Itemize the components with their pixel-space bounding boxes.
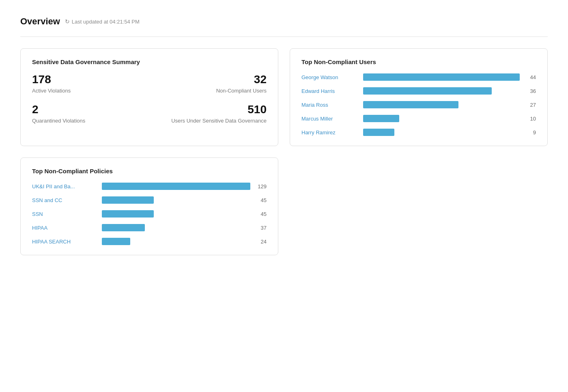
policy-name: HIPAA [32,225,97,231]
list-item[interactable]: HIPAA 37 [32,224,267,231]
summary-card-title: Sensitive Data Governance Summary [32,58,267,65]
policy-value: 129 [255,183,267,190]
quarantined-value: 2 [32,103,149,116]
policy-value: 45 [255,211,267,217]
dashboard-grid: Sensitive Data Governance Summary 178 Ac… [20,48,548,255]
bar [102,196,154,204]
bar [102,183,250,190]
bar [363,87,492,95]
page-title: Overview [20,16,60,27]
policy-value: 24 [255,239,267,245]
user-name: Marcus Miller [301,116,358,122]
bar [102,224,145,231]
top-policies-card-title: Top Non-Compliant Policies [32,168,267,174]
user-name: Edward Harris [301,88,358,94]
list-item[interactable]: HIPAA SEARCH 24 [32,238,267,245]
summary-metrics: 178 Active Violations 32 Non-Compliant U… [32,73,267,124]
summary-card: Sensitive Data Governance Summary 178 Ac… [20,48,278,146]
summary-item-active-violations: 178 Active Violations [32,73,149,94]
user-value: 27 [525,102,536,108]
list-item[interactable]: Maria Ross 27 [301,101,536,108]
list-item[interactable]: Harry Ramirez 9 [301,129,536,136]
user-value: 9 [525,129,536,136]
list-item[interactable]: UK&I PII and Ba... 129 [32,183,267,190]
quarantined-label: Quarantined Violations [32,118,149,124]
top-users-chart: George Watson 44 Edward Harris 36 Maria … [301,73,536,136]
top-users-card-title: Top Non-Compliant Users [301,58,536,65]
refresh-icon[interactable]: ↻ [65,18,70,25]
top-policies-chart: UK&I PII and Ba... 129 SSN and CC 45 SSN… [32,183,267,245]
active-violations-value: 178 [32,73,149,86]
user-name: George Watson [301,74,358,80]
bar [363,73,520,81]
header-divider [20,37,548,37]
policy-value: 37 [255,225,267,231]
policy-value: 45 [255,197,267,203]
active-violations-label: Active Violations [32,88,149,94]
top-users-card: Top Non-Compliant Users George Watson 44… [290,48,548,146]
user-name: Maria Ross [301,102,358,108]
summary-item-quarantined: 2 Quarantined Violations [32,103,149,124]
user-value: 10 [525,116,536,122]
policy-name: SSN and CC [32,197,97,203]
summary-item-non-compliant-users: 32 Non-Compliant Users [149,73,267,94]
users-governance-label: Users Under Sensitive Data Governance [149,118,267,124]
policy-name: UK&I PII and Ba... [32,183,97,190]
non-compliant-users-value: 32 [149,73,267,86]
summary-item-users-governance: 510 Users Under Sensitive Data Governanc… [149,103,267,124]
bar [102,238,130,245]
bar [363,115,399,122]
last-updated: ↻ Last updated at 04:21:54 PM [65,18,140,25]
non-compliant-users-label: Non-Compliant Users [149,88,267,94]
list-item[interactable]: SSN and CC 45 [32,196,267,204]
list-item[interactable]: Marcus Miller 10 [301,115,536,122]
list-item[interactable]: George Watson 44 [301,73,536,81]
policy-name: SSN [32,211,97,217]
users-governance-value: 510 [149,103,267,116]
user-name: Harry Ramirez [301,129,358,136]
page-header: Overview ↻ Last updated at 04:21:54 PM [20,16,548,27]
policy-name: HIPAA SEARCH [32,239,97,245]
bar [102,210,154,218]
user-value: 36 [525,88,536,94]
top-policies-card: Top Non-Compliant Policies UK&I PII and … [20,157,278,255]
list-item[interactable]: Edward Harris 36 [301,87,536,95]
user-value: 44 [525,74,536,80]
list-item[interactable]: SSN 45 [32,210,267,218]
bar [363,129,394,136]
bar [363,101,458,108]
